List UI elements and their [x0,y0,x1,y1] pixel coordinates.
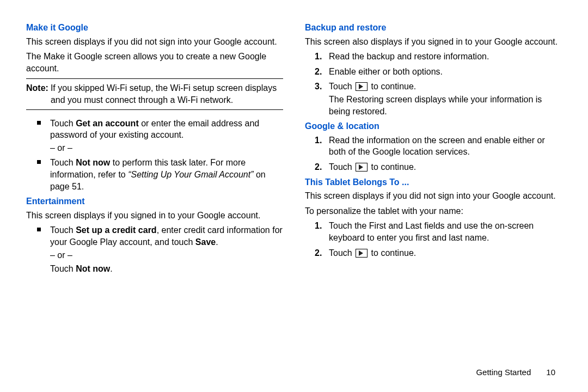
text: Touch [50,119,76,128]
numbered-list: Touch the First and Last fields and use … [305,220,562,259]
note-block: Note: If you skipped Wi-Fi setup, the Wi… [26,78,283,109]
next-arrow-icon [356,82,367,91]
bullet-list: Touch Set up a credit card, enter credit… [26,224,283,274]
list-item: Read the information on the screen and e… [329,134,562,158]
right-column: Backup and restore This screen also disp… [305,22,562,387]
bold-text: Save [195,237,216,247]
page-footer: Getting Started 10 [476,367,555,378]
next-arrow-icon [356,163,367,171]
next-arrow-icon [356,249,367,258]
heading-entertainment: Entertainment [26,195,283,207]
body-text: The Restoring screen displays while your… [329,94,562,117]
heading-backup-restore: Backup and restore [305,22,562,34]
note-text: If you skipped Wi-Fi setup, the Wi-Fi se… [51,82,283,106]
text: Touch [50,158,76,167]
bold-text: Not now [76,158,110,167]
list-item: Touch Set up a credit card, enter credit… [50,224,283,274]
text: Touch [329,248,354,258]
note-label: Note: [26,82,51,106]
list-item: Touch the First and Last fields and use … [329,220,562,243]
body-text: This screen displays if you did not sign… [26,36,283,48]
bold-text: Get an account [76,119,139,128]
manual-page: Make it Google This screen displays if y… [0,0,588,392]
left-column: Make it Google This screen displays if y… [26,22,283,387]
footer-section-name: Getting Started [476,367,531,378]
heading-tablet-belongs-to: This Tablet Belongs To ... [305,176,562,188]
text: Touch Not now. [50,263,283,275]
list-item: Touch to continue. [329,247,562,259]
bullet-list: Touch Get an account or enter the email … [26,118,283,193]
numbered-list: Read the backup and restore information.… [305,51,562,117]
list-item: Touch to continue. The Restoring screen … [329,81,562,117]
text: to continue. [369,82,416,91]
text: Touch [50,264,76,273]
or-separator: – or – [50,249,283,261]
footer-page-number: 10 [546,367,555,378]
list-item: Enable either or both options. [329,66,562,78]
body-text: To personalize the tablet with your name… [305,205,562,217]
body-text: The Make it Google screen allows you to … [26,51,283,74]
list-item: Touch Get an account or enter the email … [50,118,283,154]
list-item: Touch Not now to perform this task later… [50,157,283,192]
text: Touch [329,82,354,91]
bold-text: Set up a credit card [76,225,157,235]
heading-make-it-google: Make it Google [26,22,283,34]
numbered-list: Read the information on the screen and e… [305,134,562,173]
text: to continue. [369,248,416,258]
or-separator: – or – [50,142,283,154]
text: . [216,237,218,247]
text: Touch [329,162,354,171]
list-item: Read the backup and restore information. [329,51,562,63]
body-text: This screen also displays if you signed … [305,36,562,48]
text: . [110,264,112,273]
body-text: This screen displays if you did not sign… [305,190,562,202]
text: to continue. [369,162,416,171]
list-item: Touch to continue. [329,161,562,173]
bold-text: Not now [76,264,110,273]
body-text: This screen displays if you signed in to… [26,210,283,222]
heading-google-location: Google & location [305,120,562,132]
reference-quote: “Setting Up Your Gmail Account” [128,170,253,179]
text: Touch [50,225,76,235]
